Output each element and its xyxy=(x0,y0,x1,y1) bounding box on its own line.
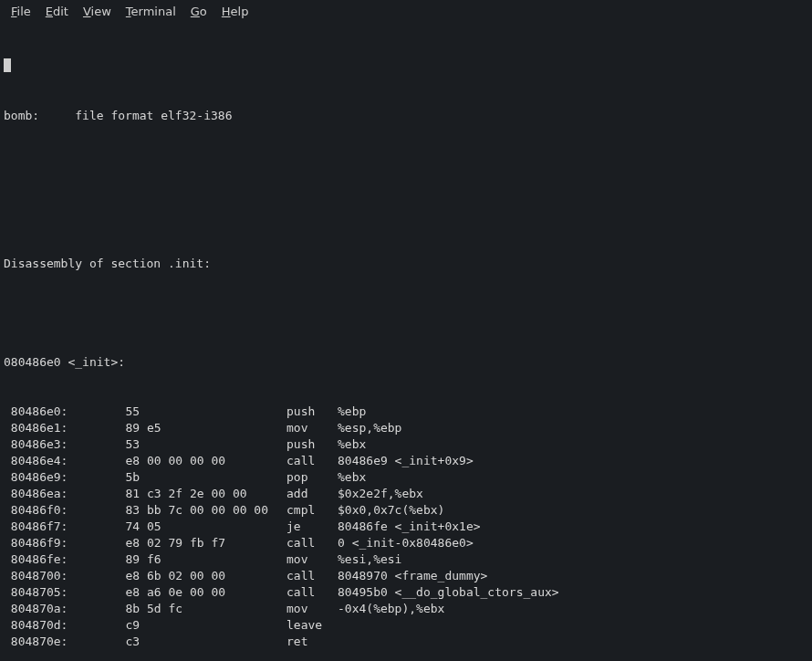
address-cell: 8048705: xyxy=(4,584,104,601)
menu-go[interactable]: Go xyxy=(183,2,214,22)
bytes-cell: 81 c3 2f 2e 00 00 xyxy=(104,486,286,502)
operands-cell: $0x0,0x7c(%ebx) xyxy=(338,502,444,519)
menubar: File Edit View Terminal Go Help xyxy=(0,0,812,26)
address-cell: 80486e1: xyxy=(4,420,104,436)
address-cell: 80486ea: xyxy=(4,486,104,502)
menu-file[interactable]: File xyxy=(4,2,38,22)
mnemonic-cell: ret xyxy=(286,634,338,650)
operands-cell: 0 <_init-0x80486e0> xyxy=(338,535,474,551)
operands-cell: -0x4(%ebp),%ebx xyxy=(338,601,444,617)
address-cell: 80486f9: xyxy=(4,535,104,551)
bytes-cell: e8 6b 02 00 00 xyxy=(104,568,286,584)
mnemonic-cell: push xyxy=(286,404,338,420)
mnemonic-cell: call xyxy=(286,584,338,601)
bytes-cell: 89 e5 xyxy=(104,420,286,436)
disasm-row: 80486f7: 74 05je80486fe <_init+0x1e> xyxy=(4,519,808,535)
mnemonic-cell: je xyxy=(286,519,338,535)
bytes-cell: e8 00 00 00 00 xyxy=(104,453,286,469)
mnemonic-cell: cmpl xyxy=(286,502,338,519)
mnemonic-cell: call xyxy=(286,453,338,469)
disasm-row: 804870e: c3ret xyxy=(4,634,808,650)
disasm-row: 80486e9: 5bpop%ebx xyxy=(4,469,808,486)
disasm-row: 8048705: e8 a6 0e 00 00call80495b0 <__do… xyxy=(4,584,808,601)
bytes-cell: 55 xyxy=(104,404,286,420)
bytes-cell: c3 xyxy=(104,634,286,650)
disasm-row: 80486fe: 89 f6mov%esi,%esi xyxy=(4,551,808,568)
address-cell: 80486f7: xyxy=(4,519,104,535)
disasm-row: 804870d: c9leave xyxy=(4,617,808,634)
mnemonic-cell: call xyxy=(286,535,338,551)
disasm-row: 80486e1: 89 e5mov%esp,%ebp xyxy=(4,420,808,436)
address-cell: 80486e3: xyxy=(4,436,104,453)
cursor-icon xyxy=(4,58,11,72)
blank-line xyxy=(4,157,808,173)
operands-cell: %esp,%ebp xyxy=(338,420,401,436)
mnemonic-cell: mov xyxy=(286,420,338,436)
blank-line xyxy=(4,305,808,321)
mnemonic-cell: pop xyxy=(286,469,338,486)
operands-cell: 8048970 <frame_dummy> xyxy=(338,568,487,584)
address-cell: 80486e9: xyxy=(4,469,104,486)
mnemonic-cell: mov xyxy=(286,601,338,617)
file-format-line: bomb: file format elf32-i386 xyxy=(4,108,808,124)
operands-cell: 80495b0 <__do_global_ctors_aux> xyxy=(338,584,559,601)
address-cell: 80486fe: xyxy=(4,551,104,568)
operands-cell: %ebx xyxy=(338,436,366,453)
mnemonic-cell: push xyxy=(286,436,338,453)
operands-cell: %ebx xyxy=(338,469,366,486)
bytes-cell: 74 05 xyxy=(104,519,286,535)
mnemonic-cell: add xyxy=(286,486,338,502)
operands-cell: $0x2e2f,%ebx xyxy=(338,486,423,502)
disasm-row: 80486e4: e8 00 00 00 00call80486e9 <_ini… xyxy=(4,453,808,469)
address-cell: 80486f0: xyxy=(4,502,104,519)
mnemonic-cell: mov xyxy=(286,551,338,568)
blank-line xyxy=(4,206,808,223)
operands-cell: %ebp xyxy=(338,404,366,420)
disasm-row: 80486f9: e8 02 79 fb f7call0 <_init-0x80… xyxy=(4,535,808,551)
mnemonic-cell: call xyxy=(286,568,338,584)
operands-cell: 80486fe <_init+0x1e> xyxy=(338,519,481,535)
mnemonic-cell: leave xyxy=(286,617,338,634)
section-header-init: Disassembly of section .init: xyxy=(4,256,808,272)
disasm-row: 80486ea: 81 c3 2f 2e 00 00add$0x2e2f,%eb… xyxy=(4,486,808,502)
cursor-row xyxy=(4,58,808,75)
address-cell: 8048700: xyxy=(4,568,104,584)
menu-terminal[interactable]: Terminal xyxy=(119,2,183,22)
address-cell: 804870a: xyxy=(4,601,104,617)
disasm-row: 80486e0: 55push%ebp xyxy=(4,404,808,420)
operands-cell: %esi,%esi xyxy=(338,551,401,568)
bytes-cell: e8 a6 0e 00 00 xyxy=(104,584,286,601)
symbol-line-init: 080486e0 <_init>: xyxy=(4,354,808,371)
address-cell: 80486e0: xyxy=(4,404,104,420)
menu-help[interactable]: Help xyxy=(214,2,256,22)
bytes-cell: 5b xyxy=(104,469,286,486)
address-cell: 804870d: xyxy=(4,617,104,634)
bytes-cell: 8b 5d fc xyxy=(104,601,286,617)
bytes-cell: 89 f6 xyxy=(104,551,286,568)
bytes-cell: c9 xyxy=(104,617,286,634)
disasm-row: 80486f0: 83 bb 7c 00 00 00 00cmpl$0x0,0x… xyxy=(4,502,808,519)
operands-cell: 80486e9 <_init+0x9> xyxy=(338,453,474,469)
terminal-viewport[interactable]: bomb: file format elf32-i386 Disassembly… xyxy=(0,26,812,661)
bytes-cell: e8 02 79 fb f7 xyxy=(104,535,286,551)
menu-edit[interactable]: Edit xyxy=(38,2,76,22)
disasm-row: 804870a: 8b 5d fcmov-0x4(%ebp),%ebx xyxy=(4,601,808,617)
address-cell: 804870e: xyxy=(4,634,104,650)
disasm-row: 80486e3: 53push%ebx xyxy=(4,436,808,453)
bytes-cell: 83 bb 7c 00 00 00 00 xyxy=(104,502,286,519)
menu-view[interactable]: View xyxy=(76,2,119,22)
address-cell: 80486e4: xyxy=(4,453,104,469)
disasm-row: 8048700: e8 6b 02 00 00call8048970 <fram… xyxy=(4,568,808,584)
bytes-cell: 53 xyxy=(104,436,286,453)
